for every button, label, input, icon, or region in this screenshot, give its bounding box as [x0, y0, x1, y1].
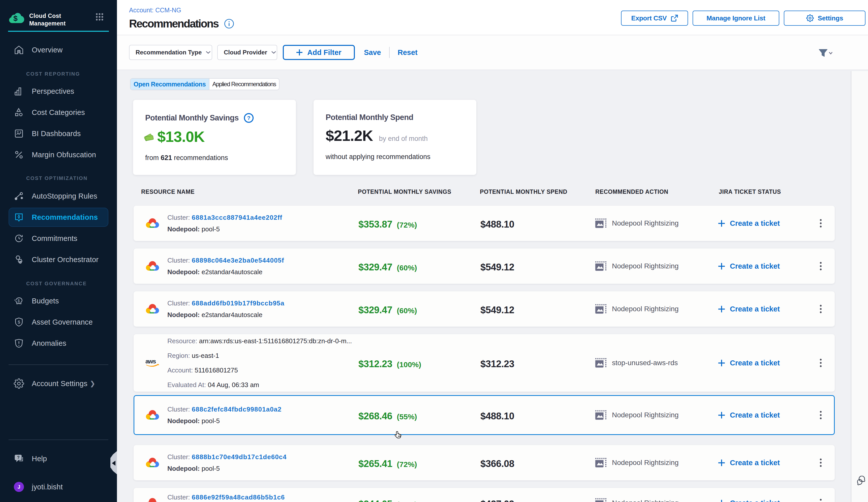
svg-text:?: ?: [17, 455, 20, 460]
svg-text:$: $: [18, 299, 20, 303]
svg-text:$: $: [18, 320, 20, 325]
svg-text:$: $: [13, 14, 18, 22]
